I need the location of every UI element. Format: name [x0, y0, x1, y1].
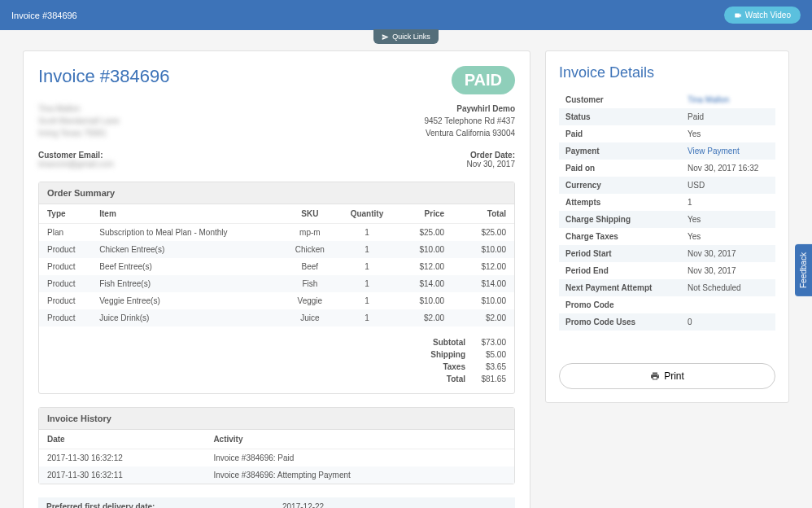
quick-links-menu[interactable]: Quick Links: [373, 29, 439, 44]
invoice-history-section: Invoice History Date Activity 2017-11-30…: [38, 407, 515, 484]
video-icon: [734, 11, 742, 20]
feedback-tab[interactable]: Feedback: [795, 244, 812, 296]
detail-row: PaymentView Payment: [559, 142, 775, 160]
detail-row: PaidYes: [559, 125, 775, 142]
detail-row: CurrencyUSD: [559, 177, 775, 194]
invoice-title: Invoice #384696: [38, 66, 169, 87]
customer-address: Tina Mallon Scott Mandamall Lane Irving …: [38, 103, 120, 139]
detail-row: Period StartNov 30, 2017: [559, 245, 775, 262]
paid-badge: PAID: [452, 66, 515, 94]
order-summary-heading: Order Summary: [39, 182, 514, 204]
custom-fields-section: Preferred first delivery date:2017-12-22…: [38, 497, 515, 508]
detail-row: Period EndNov 30, 2017: [559, 262, 775, 279]
company-address: Paywhirl Demo 9452 Telephone Rd #437 Ven…: [424, 103, 515, 139]
table-row: ProductFish Entree(s)Fish1$14.00$14.00: [39, 275, 514, 292]
order-summary-section: Order Summary Type Item SKU Quantity Pri…: [38, 182, 515, 394]
topbar: Invoice #384696 Watch Video: [0, 0, 812, 30]
print-icon: [650, 371, 660, 381]
order-date-block: Order Date: Nov 30, 2017: [467, 151, 516, 169]
order-summary-table: Type Item SKU Quantity Price Total PlanS…: [39, 204, 514, 326]
detail-row: Charge ShippingYes: [559, 211, 775, 228]
custom-field-row: Preferred first delivery date:2017-12-22: [38, 497, 515, 508]
detail-row: Attempts1: [559, 194, 775, 211]
invoice-details-title: Invoice Details: [559, 64, 775, 81]
order-totals: Subtotal$73.00 Shipping$5.00 Taxes$3.65 …: [39, 333, 514, 393]
page-breadcrumb: Invoice #384696: [11, 11, 77, 20]
invoice-main-panel: Invoice #384696 PAID Tina Mallon Scott M…: [23, 50, 530, 508]
invoice-history-heading: Invoice History: [39, 408, 514, 430]
customer-email-block: Customer Email: tmancini@gmail.com: [38, 151, 114, 169]
detail-row: Paid onNov 30, 2017 16:32: [559, 160, 775, 177]
detail-row: StatusPaid: [559, 108, 775, 125]
detail-row: Promo Code: [559, 296, 775, 313]
table-row: PlanSubscription to Meal Plan - Monthlym…: [39, 224, 514, 242]
invoice-details-panel: Invoice Details CustomerTina MallonStatu…: [545, 50, 789, 403]
detail-row: Next Payment AttemptNot Scheduled: [559, 279, 775, 296]
table-row: ProductVeggie Entree(s)Veggie1$10.00$10.…: [39, 292, 514, 309]
table-row: ProductChicken Entree(s)Chicken1$10.00$1…: [39, 241, 514, 258]
table-row: 2017-11-30 16:32:11Invoice #384696: Atte…: [39, 466, 514, 484]
detail-row: CustomerTina Mallon: [559, 91, 775, 108]
history-table: Date Activity 2017-11-30 16:32:12Invoice…: [39, 430, 514, 484]
print-button[interactable]: Print: [559, 363, 775, 389]
paper-plane-icon: [382, 33, 389, 41]
table-row: 2017-11-30 16:32:12Invoice #384696: Paid: [39, 449, 514, 467]
detail-row: Promo Code Uses0: [559, 313, 775, 331]
table-row: ProductBeef Entree(s)Beef1$12.00$12.00: [39, 258, 514, 275]
watch-video-button[interactable]: Watch Video: [724, 7, 801, 24]
table-row: ProductJuice Drink(s)Juice1$2.00$2.00: [39, 309, 514, 326]
detail-row: Charge TaxesYes: [559, 228, 775, 245]
